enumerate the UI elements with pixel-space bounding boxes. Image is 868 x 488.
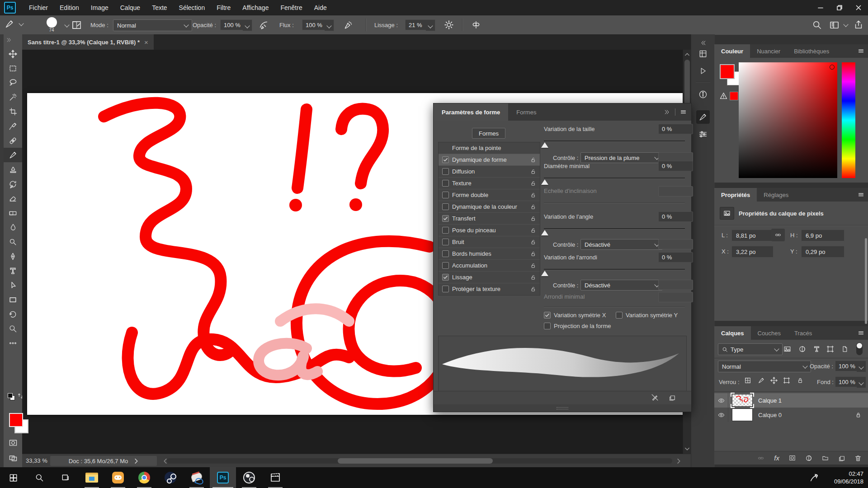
checkbox-unchecked[interactable] [442, 250, 449, 257]
add-adjustment-layer-button[interactable] [805, 455, 812, 462]
layer-row-calque-0[interactable]: Calque 0 [714, 408, 868, 422]
rectangle-tool[interactable] [4, 292, 22, 307]
option-proteger-la-texture[interactable]: Protéger la texture [439, 283, 540, 295]
checkbox-unchecked[interactable] [442, 262, 449, 269]
new-group-button[interactable] [821, 455, 829, 461]
eyedropper-tool[interactable] [4, 119, 22, 133]
share-button[interactable] [854, 20, 863, 30]
layer-thumbnail[interactable] [732, 408, 753, 421]
scroll-up-icon[interactable] [685, 52, 689, 56]
lock-open-icon[interactable] [530, 180, 536, 187]
start-button[interactable] [0, 467, 26, 488]
lock-pixels-button[interactable] [758, 377, 765, 384]
layer-filter-toggle[interactable] [856, 343, 863, 355]
brush-projection-option[interactable]: Projection de la forme [544, 323, 611, 329]
tool-preset-picker[interactable] [5, 19, 23, 29]
lock-artboard-button[interactable] [783, 377, 790, 384]
checkbox-checked[interactable] [544, 312, 551, 319]
menu-image[interactable]: Image [85, 0, 114, 15]
roundness-control-select[interactable]: Désactivé [580, 280, 663, 291]
close-tab-icon[interactable]: × [144, 38, 148, 46]
checkbox-unchecked[interactable] [442, 180, 449, 187]
option-lissage[interactable]: Lissage [439, 272, 540, 283]
gamut-color-swatch[interactable] [730, 92, 738, 100]
menu-aide[interactable]: Aide [308, 0, 333, 15]
chrome-button[interactable] [131, 467, 157, 488]
menu-filtre[interactable]: Filtre [211, 0, 236, 15]
brush-preset-picker[interactable]: 74 [42, 17, 61, 33]
spot-healing-brush-tool[interactable] [4, 133, 22, 148]
tab-couleur[interactable]: Couleur [714, 44, 750, 58]
artboard-panel-icon[interactable] [696, 47, 710, 61]
width-input[interactable]: 8,81 po [731, 230, 774, 241]
rectangular-marquee-tool[interactable] [4, 61, 22, 75]
brush-settings-panel-icon[interactable] [696, 110, 710, 124]
option-pose-du-pinceau[interactable]: Pose du pinceau [439, 225, 540, 236]
task-view-button[interactable] [52, 467, 79, 488]
pen-tool[interactable] [4, 249, 22, 263]
lock-open-icon[interactable] [530, 239, 536, 245]
checkbox-unchecked[interactable] [616, 312, 623, 319]
gamut-warning[interactable] [720, 92, 727, 99]
tablet-pressure-opacity-button[interactable] [259, 20, 269, 30]
menu-fenetre[interactable]: Fenêtre [274, 0, 308, 15]
smoothing-options-button[interactable] [444, 20, 454, 30]
steam-button[interactable] [157, 467, 184, 488]
foreground-color-swatch[interactable] [720, 64, 735, 79]
angle-jitter-slider[interactable] [544, 228, 685, 230]
option-transfert[interactable]: Transfert [439, 213, 540, 225]
layer-row-calque-1[interactable]: Calque 1 [714, 393, 868, 408]
search-button[interactable] [812, 20, 822, 30]
taskbar-search-button[interactable] [26, 467, 52, 488]
toggle-live-tip-preview-icon[interactable] [651, 394, 659, 401]
taskbar-clock[interactable]: 02:47 09/06/2018 [834, 467, 865, 488]
min-diameter-slider[interactable] [544, 178, 685, 179]
photoshop-taskbar-button[interactable]: Ps [210, 467, 236, 488]
type-tool[interactable] [4, 263, 22, 278]
panel-scrollbar-thumb[interactable] [865, 238, 867, 324]
slider-thumb[interactable] [541, 230, 548, 235]
actions-panel-icon[interactable] [696, 64, 710, 78]
slider-thumb[interactable] [541, 271, 548, 276]
fill-dropdown-button[interactable] [857, 376, 866, 388]
link-dimensions-button[interactable] [771, 229, 785, 241]
option-bords-humides[interactable]: Bords humides [439, 248, 540, 260]
zoom-tool[interactable] [4, 321, 22, 336]
lock-all-button[interactable] [797, 377, 804, 384]
gradient-tool[interactable] [4, 206, 22, 220]
tab-couches[interactable]: Couches [751, 326, 788, 340]
chevron-down-icon[interactable] [64, 22, 69, 27]
restore-button[interactable] [830, 0, 849, 15]
screen-mode-button[interactable] [4, 451, 22, 465]
info-panel-icon[interactable] [696, 88, 710, 101]
panel-resize-grip[interactable] [434, 404, 691, 412]
option-forme-double[interactable]: Forme double [439, 189, 540, 201]
workspace-switcher[interactable] [829, 20, 848, 30]
foreground-color-swatch[interactable] [9, 413, 23, 427]
horizontal-scrollbar[interactable] [167, 458, 672, 464]
lock-position-button[interactable] [770, 377, 778, 384]
option-diffusion[interactable]: Diffusion [439, 166, 540, 178]
filter-adjustment-layers-button[interactable] [798, 345, 806, 353]
smoothing-dropdown-button[interactable] [426, 19, 435, 31]
history-brush-tool[interactable] [4, 177, 22, 191]
size-jitter-input[interactable]: 0 % [658, 124, 693, 134]
height-input[interactable]: 6,9 po [801, 230, 844, 241]
quick-mask-button[interactable] [4, 436, 22, 450]
tab-traces[interactable]: Tracés [788, 326, 819, 340]
link-layers-button[interactable] [757, 455, 765, 461]
blend-mode-select[interactable]: Normal [718, 361, 811, 372]
lock-open-icon[interactable] [530, 263, 536, 269]
slider-thumb[interactable] [541, 179, 548, 185]
obs-studio-button[interactable] [236, 467, 262, 488]
status-expand-icon[interactable] [134, 459, 138, 464]
zoom-level[interactable]: 33,33 % [26, 457, 47, 464]
edit-toolbar-button[interactable] [4, 336, 22, 350]
saturation-brightness-field[interactable] [739, 62, 837, 178]
delete-layer-button[interactable] [854, 455, 862, 462]
filter-type-layers-button[interactable] [813, 345, 821, 353]
airbrush-button[interactable] [344, 20, 354, 30]
checkbox-unchecked[interactable] [544, 323, 551, 329]
min-diameter-input[interactable]: 0 % [658, 161, 693, 171]
x-input[interactable]: 3,22 po [731, 246, 774, 258]
